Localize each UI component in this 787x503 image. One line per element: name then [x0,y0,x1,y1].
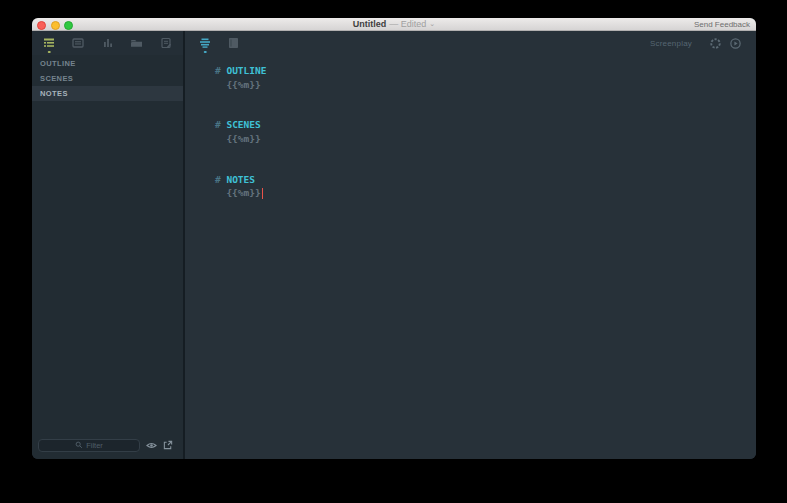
main-area: OUTLINE SCENES NOTES Filter [32,31,756,459]
filter-input[interactable]: Filter [38,439,140,452]
filter-placeholder: Filter [86,441,103,450]
index-cards-button[interactable] [71,33,85,53]
markdown-heading: #NOTES [215,173,756,187]
active-dot [204,51,207,54]
preview-play-button[interactable] [729,37,742,50]
editor-toolbar: Screenplay [185,31,756,55]
sidebar-toolbar [32,31,183,55]
page-view-button[interactable] [226,33,240,53]
app-window: Untitled — Edited ⌄ Send Feedback [32,18,756,459]
folder-button[interactable] [130,33,144,53]
title-disclosure-chevron-icon[interactable]: ⌄ [429,18,435,30]
heading-text: NOTES [226,174,255,185]
sidebar-item-outline[interactable]: OUTLINE [32,56,183,71]
token-text: {{%m}} [226,78,260,92]
statistics-button[interactable] [101,33,115,53]
heading-text: OUTLINE [226,65,266,76]
outline-list-icon [43,37,55,49]
outline-list-button[interactable] [42,33,56,53]
sidebar-item-notes[interactable]: NOTES [32,86,183,101]
scratchpad-icon [160,37,172,49]
heading-text: SCENES [226,119,260,130]
document-title: Untitled [353,18,387,30]
page-view-icon [228,37,239,49]
external-link-icon [163,440,173,450]
statistics-icon [102,37,114,49]
paragraph-view-icon [199,37,211,49]
token-text: {{%m}} [226,132,260,146]
hash-token: # [215,174,221,185]
editor-block-outline: #OUTLINE {{%m}} [215,64,756,91]
text-cursor [262,188,264,199]
sidebar: OUTLINE SCENES NOTES Filter [32,31,183,459]
editor-content[interactable]: #OUTLINE {{%m}} #SCENES {{%m}} #NOTES {{… [185,55,756,459]
editor-pane: Screenplay #OUTLINE {{%m}} [185,31,756,459]
editor-block-notes: #NOTES {{%m}} [215,173,756,200]
open-external-button[interactable] [163,440,173,450]
sidebar-footer: Filter [32,434,183,459]
hash-token: # [215,65,221,76]
sidebar-item-label: NOTES [40,89,68,98]
edited-status: — Edited [389,18,426,30]
goals-button[interactable] [709,37,722,50]
eye-icon [146,441,157,450]
template-token: {{%m}} [215,132,756,146]
gear-icon [709,37,722,50]
play-preview-icon [729,37,742,50]
editor-block-scenes: #SCENES {{%m}} [215,118,756,145]
sidebar-item-label: OUTLINE [40,59,76,68]
index-cards-icon [72,37,84,49]
sidebar-item-label: SCENES [40,74,73,83]
token-text: {{%m}} [226,186,260,200]
template-token: {{%m}} [215,186,756,200]
search-icon [75,441,83,449]
markdown-heading: #SCENES [215,118,756,132]
send-feedback-button[interactable]: Send Feedback [694,18,750,30]
hash-token: # [215,119,221,130]
preview-visibility-button[interactable] [146,441,157,450]
sidebar-empty-area [32,101,183,434]
sidebar-item-scenes[interactable]: SCENES [32,71,183,86]
window-title: Untitled — Edited ⌄ [32,18,756,30]
template-token: {{%m}} [215,78,756,92]
markdown-heading: #OUTLINE [215,64,756,78]
active-dot [48,51,51,54]
title-bar: Untitled — Edited ⌄ Send Feedback [32,18,756,31]
scratchpad-button[interactable] [159,33,173,53]
folder-icon [130,37,143,49]
sidebar-list: OUTLINE SCENES NOTES [32,56,183,101]
mode-label[interactable]: Screenplay [650,39,692,48]
paragraph-view-button[interactable] [198,33,212,53]
